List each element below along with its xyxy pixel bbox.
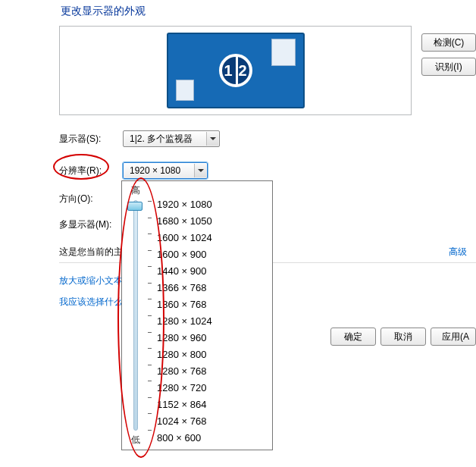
resolution-option[interactable]: 1280 × 720 [157, 380, 272, 396]
resolution-slider[interactable] [122, 200, 149, 431]
slider-tick [148, 381, 152, 381]
slider-thumb[interactable] [127, 202, 142, 211]
resolution-option[interactable]: 800 × 600 [157, 430, 272, 447]
cancel-button[interactable]: 取消 [380, 328, 426, 346]
chevron-down-icon [194, 164, 206, 177]
resolution-combo-value: 1920 × 1080 [130, 165, 180, 176]
resolution-dropdown: 高 低 1920 × 10801680 × 10501600 × 1024160… [121, 180, 273, 450]
resolution-option[interactable]: 1600 × 900 [157, 246, 272, 263]
slider-tick [148, 299, 152, 299]
page-title: 更改显示器的外观 [61, 5, 146, 18]
orientation-label: 方向(O): [59, 193, 111, 205]
chevron-down-icon [206, 132, 218, 146]
slider-tick [148, 218, 152, 218]
slider-low-label: 低 [131, 434, 140, 447]
slider-tick [148, 283, 152, 284]
resolution-label: 分辨率(R): [59, 165, 111, 177]
slider-tick [148, 332, 152, 333]
slider-tick [148, 365, 152, 365]
resolution-list: 1920 × 10801680 × 10501600 × 10241600 × … [149, 181, 272, 450]
resolution-option[interactable]: 1280 × 800 [157, 346, 272, 363]
resolution-option[interactable]: 1024 × 768 [157, 413, 272, 430]
slider-tick [148, 413, 152, 414]
slider-high-label: 高 [131, 184, 140, 197]
identify-button[interactable]: 识别(I) [421, 58, 476, 76]
slider-tick [148, 430, 152, 431]
slider-tick [148, 397, 152, 398]
display-label: 显示器(S): [59, 133, 111, 146]
zoom-text-link[interactable]: 放大或缩小文本 [59, 274, 123, 287]
slider-tick [148, 266, 152, 267]
resolution-combo[interactable]: 1920 × 1080 [123, 162, 208, 179]
monitor-number-2: 2 [239, 62, 247, 80]
resolution-option[interactable]: 1680 × 1050 [157, 213, 272, 230]
advanced-settings-link[interactable]: 高级 [449, 246, 467, 259]
multi-display-label: 多显示器(M): [59, 218, 124, 231]
monitor-preview-graphic: 1 2 [167, 33, 305, 108]
slider-tick [148, 201, 152, 202]
resolution-option[interactable]: 1440 × 900 [157, 263, 272, 280]
resolution-option[interactable]: 1280 × 1024 [157, 313, 272, 330]
resolution-option[interactable]: 1280 × 960 [157, 330, 272, 346]
slider-tick [148, 234, 152, 234]
help-link[interactable]: 我应该选择什么 [59, 296, 123, 309]
slider-tick [148, 348, 152, 349]
ok-button[interactable]: 确定 [330, 328, 376, 346]
slider-tick [148, 250, 152, 251]
monitor-number-1: 1 [224, 62, 232, 80]
resolution-option[interactable]: 1280 × 768 [157, 363, 272, 380]
detect-button[interactable]: 检测(C) [421, 33, 476, 52]
current-primary-text: 这是您当前的主 [59, 246, 123, 259]
slider-tick [148, 315, 152, 316]
resolution-option[interactable]: 1920 × 1080 [157, 196, 272, 213]
apply-button[interactable]: 应用(A [431, 328, 476, 346]
resolution-option[interactable]: 1360 × 768 [157, 296, 272, 313]
resolution-option[interactable]: 1366 × 768 [157, 280, 272, 296]
display-combo-value: 1|2. 多个监视器 [130, 133, 193, 146]
resolution-option[interactable]: 1600 × 1024 [157, 230, 272, 246]
monitor-preview: 1 2 [59, 26, 412, 115]
monitor-number-badge: 1 2 [219, 54, 252, 87]
display-combo[interactable]: 1|2. 多个监视器 [123, 130, 220, 147]
resolution-option[interactable]: 1152 × 864 [157, 396, 272, 413]
